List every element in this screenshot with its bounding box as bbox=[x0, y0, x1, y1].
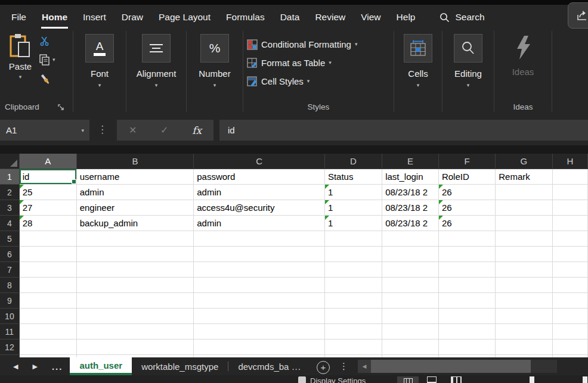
cell[interactable] bbox=[194, 340, 325, 355]
tab-overflow-dots[interactable]: ... bbox=[45, 362, 70, 372]
cell-B3[interactable]: engineer bbox=[76, 200, 194, 216]
cell-C2[interactable]: admin bbox=[194, 185, 325, 200]
cell-E2[interactable]: 08/23/18 2 bbox=[382, 185, 439, 200]
cell[interactable] bbox=[438, 262, 495, 278]
tab-bar-menu-icon[interactable]: ⋮ bbox=[339, 361, 348, 372]
clipboard-dialog-launcher-icon[interactable] bbox=[58, 104, 64, 111]
row-header-9[interactable]: 9 bbox=[0, 293, 19, 309]
menu-item-page-layout[interactable]: Page Layout bbox=[151, 5, 218, 30]
tab-scroll-prev-icon[interactable]: ◀ bbox=[6, 363, 25, 370]
cancel-icon[interactable]: ✕ bbox=[129, 124, 137, 136]
cell-G4[interactable] bbox=[496, 216, 552, 231]
cell-B4[interactable]: backup_admin bbox=[76, 216, 194, 231]
scroll-left-icon[interactable]: ◀ bbox=[358, 360, 371, 373]
cell-G1[interactable]: Remark bbox=[496, 169, 552, 185]
column-header-B[interactable]: B bbox=[76, 154, 194, 169]
cell[interactable] bbox=[496, 278, 552, 293]
name-box[interactable]: A1 ▾ bbox=[0, 120, 89, 141]
insert-function-icon[interactable]: fx bbox=[192, 124, 202, 136]
menu-item-review[interactable]: Review bbox=[307, 5, 353, 30]
copy-button[interactable]: ▾ bbox=[39, 54, 55, 66]
cell-F3[interactable]: 26 bbox=[438, 200, 495, 216]
cell[interactable] bbox=[194, 247, 325, 262]
cell[interactable] bbox=[496, 324, 552, 340]
sheet-tab-worktable-msgtype[interactable]: worktable_msgtype bbox=[132, 357, 228, 375]
cell[interactable] bbox=[552, 278, 587, 293]
cell[interactable] bbox=[496, 293, 552, 309]
cell[interactable] bbox=[382, 293, 439, 309]
cell[interactable] bbox=[76, 231, 194, 247]
cell[interactable] bbox=[382, 278, 439, 293]
row-header-11[interactable]: 11 bbox=[0, 324, 19, 340]
cell-B2[interactable]: admin bbox=[76, 185, 194, 200]
cell[interactable] bbox=[382, 247, 439, 262]
cell[interactable] bbox=[552, 309, 587, 324]
column-header-C[interactable]: C bbox=[194, 154, 325, 169]
formula-bar-grip-icon[interactable]: ⋮ bbox=[97, 123, 107, 136]
cell-H4[interactable] bbox=[552, 216, 587, 231]
cell[interactable] bbox=[76, 278, 194, 293]
column-header-G[interactable]: G bbox=[496, 154, 552, 169]
row-header-1[interactable]: 1 bbox=[0, 169, 19, 185]
cell[interactable] bbox=[496, 231, 552, 247]
cell[interactable] bbox=[438, 293, 495, 309]
cell[interactable] bbox=[324, 278, 382, 293]
cell[interactable] bbox=[382, 309, 439, 324]
cell[interactable] bbox=[552, 247, 587, 262]
cell-G2[interactable] bbox=[496, 185, 552, 200]
sheet-tab-devcmds[interactable]: devcmds_ba ... bbox=[228, 357, 311, 375]
row-header-5[interactable]: 5 bbox=[0, 231, 19, 247]
menu-item-insert[interactable]: Insert bbox=[75, 5, 114, 30]
cell[interactable] bbox=[19, 324, 76, 340]
cell[interactable] bbox=[438, 340, 495, 355]
cell[interactable] bbox=[382, 324, 439, 340]
menu-item-home[interactable]: Home bbox=[34, 5, 75, 30]
cell[interactable] bbox=[552, 262, 587, 278]
cell[interactable] bbox=[438, 324, 495, 340]
row-header-10[interactable]: 10 bbox=[0, 309, 19, 324]
cell-D3[interactable]: 1 bbox=[324, 200, 382, 216]
column-header-D[interactable]: D bbox=[324, 154, 382, 169]
cell[interactable] bbox=[194, 293, 325, 309]
cell[interactable] bbox=[324, 293, 382, 309]
page-layout-view-button[interactable] bbox=[427, 376, 437, 383]
row-header-4[interactable]: 4 bbox=[0, 216, 19, 231]
cell[interactable] bbox=[438, 247, 495, 262]
cell[interactable] bbox=[194, 231, 325, 247]
cell-D2[interactable]: 1 bbox=[324, 185, 382, 200]
row-header-8[interactable]: 8 bbox=[0, 278, 19, 293]
cell[interactable] bbox=[76, 293, 194, 309]
cell-B1[interactable]: username bbox=[76, 169, 194, 185]
scrollbar-thumb[interactable] bbox=[371, 360, 531, 373]
share-button[interactable] bbox=[568, 2, 588, 29]
cell[interactable] bbox=[76, 309, 194, 324]
editing-group-button[interactable]: Editing ▾ bbox=[442, 30, 494, 113]
cell[interactable] bbox=[194, 309, 325, 324]
menu-item-view[interactable]: View bbox=[353, 5, 388, 30]
formula-bar-input[interactable]: id bbox=[219, 120, 588, 141]
cell[interactable] bbox=[496, 340, 552, 355]
cell[interactable] bbox=[76, 324, 194, 340]
cell[interactable] bbox=[19, 278, 76, 293]
page-break-view-button[interactable] bbox=[451, 376, 462, 383]
alignment-group-button[interactable]: Alignment ▾ bbox=[126, 30, 186, 113]
menu-item-formulas[interactable]: Formulas bbox=[218, 5, 273, 30]
cell-H2[interactable] bbox=[552, 185, 587, 200]
cell[interactable] bbox=[76, 247, 194, 262]
horizontal-scrollbar[interactable]: ◀ bbox=[358, 360, 557, 373]
select-all-corner[interactable] bbox=[0, 154, 19, 169]
cell[interactable] bbox=[324, 324, 382, 340]
cell[interactable] bbox=[552, 324, 587, 340]
cell-C4[interactable]: admin bbox=[194, 216, 325, 231]
column-header-F[interactable]: F bbox=[438, 154, 495, 169]
cell[interactable] bbox=[324, 309, 382, 324]
column-header-H[interactable]: H bbox=[552, 154, 587, 169]
paste-button[interactable]: Paste ▾ bbox=[5, 33, 36, 80]
cell-F2[interactable]: 26 bbox=[438, 185, 495, 200]
format-painter-button[interactable] bbox=[39, 73, 51, 85]
cell[interactable] bbox=[324, 231, 382, 247]
cell-G3[interactable] bbox=[496, 200, 552, 216]
cell[interactable] bbox=[76, 262, 194, 278]
cell[interactable] bbox=[382, 231, 439, 247]
number-group-button[interactable]: % Number ▾ bbox=[187, 30, 243, 113]
